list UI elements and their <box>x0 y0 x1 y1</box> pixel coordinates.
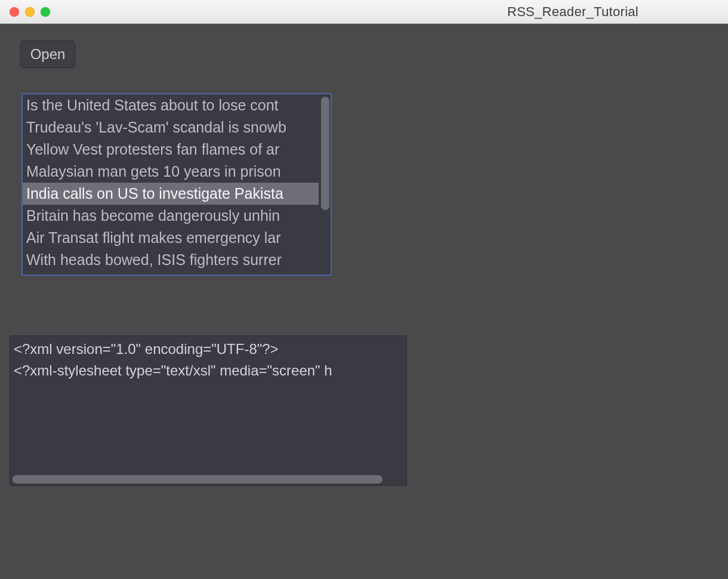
headline-list-inner: Is the United States about to lose cont … <box>23 94 319 275</box>
vertical-scrollbar[interactable] <box>321 97 329 272</box>
list-item[interactable]: Yellow Vest protesters fan flames of ar <box>23 138 319 161</box>
horizontal-scrollbar-thumb[interactable] <box>13 475 382 483</box>
xml-text-content: <?xml version="1.0" encoding="UTF-8"?> <… <box>10 336 406 473</box>
app-content: Open Is the United States about to lose … <box>0 24 728 579</box>
list-item[interactable]: Is the United States about to lose cont <box>23 94 319 116</box>
list-item[interactable]: With heads bowed, ISIS fighters surrer <box>23 249 319 271</box>
list-item[interactable]: Air Transat flight makes emergency lar <box>23 227 319 249</box>
list-item-selected[interactable]: India calls on US to investigate Pakista <box>23 183 319 205</box>
open-button[interactable]: Open <box>20 41 75 68</box>
window-titlebar: RSS_Reader_Tutorial <box>0 0 728 24</box>
horizontal-scrollbar[interactable] <box>13 475 404 483</box>
xml-textarea[interactable]: <?xml version="1.0" encoding="UTF-8"?> <… <box>10 335 407 486</box>
vertical-scrollbar-thumb[interactable] <box>321 97 329 210</box>
list-item[interactable]: Malaysian man gets 10 years in prison <box>23 161 319 183</box>
xml-line: <?xml version="1.0" encoding="UTF-8"?> <box>14 341 279 357</box>
list-item[interactable]: Trudeau's 'Lav-Scam' scandal is snowb <box>23 116 319 138</box>
xml-line: <?xml-stylesheet type="text/xsl" media="… <box>14 362 332 378</box>
list-item[interactable]: Britain has become dangerously unhin <box>23 205 319 227</box>
window-title: RSS_Reader_Tutorial <box>0 0 728 23</box>
headline-listbox[interactable]: Is the United States about to lose cont … <box>21 93 332 276</box>
